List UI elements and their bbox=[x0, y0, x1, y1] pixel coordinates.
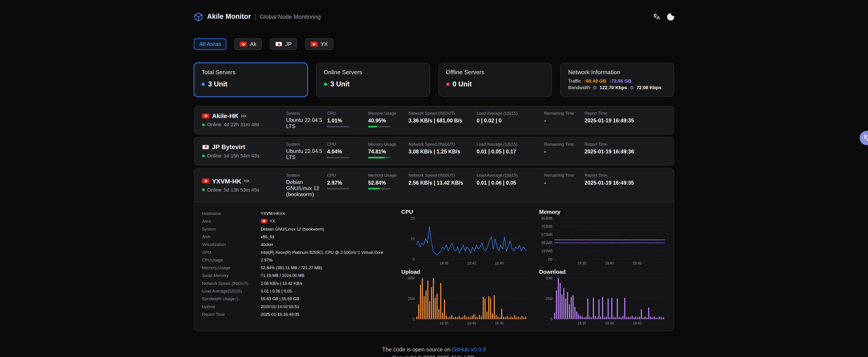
traffic-line: Traffic ↑69.49 GB ↓72.56 GB bbox=[568, 78, 666, 84]
app-title: Akile Monitor bbox=[207, 13, 251, 20]
server-row-akile-hk[interactable]: Akile-HK HK Online 4d 22h 31m 48s System… bbox=[194, 106, 674, 134]
filter-jp[interactable]: JP bbox=[270, 38, 297, 50]
bandwidth-out-value: 72.08 Kbps bbox=[637, 85, 661, 90]
uptime-text: 1d 15h 54m 43s bbox=[223, 153, 259, 158]
network-value: 3.08 KB/s | 1.25 KB/s bbox=[408, 148, 476, 154]
server-name-block: Akile-HK HK Online 4d 22h 31m 48s bbox=[202, 113, 286, 128]
detail-info-value: 2025-01-19 16:49:35 bbox=[260, 312, 299, 318]
detail-info-row: CPU Intel(R) Xeon(R) Platinum 8259CL CPU… bbox=[202, 250, 396, 256]
detail-info-row: Hostname YXVM-HKHK bbox=[202, 211, 396, 217]
svg-text:0: 0 bbox=[413, 258, 415, 262]
card-title: Offline Servers bbox=[446, 69, 544, 75]
network-value: 3.36 KB/s | 681.00 B/s bbox=[408, 117, 476, 123]
svg-text:16:35: 16:35 bbox=[439, 322, 448, 325]
hk-flag-icon bbox=[240, 41, 247, 47]
detail-info-label: CPU bbox=[202, 250, 261, 256]
status-text: Online bbox=[207, 153, 221, 158]
svg-text:16:35: 16:35 bbox=[439, 262, 448, 265]
detail-info-label: Area bbox=[202, 219, 261, 225]
footer-line1: The code is open source on GitHub v0.0.3 bbox=[194, 347, 674, 353]
detail-info-list: Hostname YXVM-HKHK Area YX System Debian… bbox=[202, 209, 401, 325]
filter-all-areas[interactable]: All Areas bbox=[194, 38, 227, 50]
system-value: Debian GNU/Linux 12 (bookworm) bbox=[286, 179, 324, 198]
detail-info-value: 71.19 MB / 1024.00 MB bbox=[260, 273, 304, 279]
cpu-value: 4.04% bbox=[327, 148, 368, 154]
report-label: Report Time bbox=[585, 142, 674, 147]
load-value: 0.01 | 0.06 | 0.05 bbox=[477, 179, 544, 185]
card-title: Network Information bbox=[568, 69, 666, 75]
theme-toggle-button[interactable] bbox=[667, 13, 674, 20]
server-card-jp-bytevirt: JP Bytevirt Online 1d 15h 54m 43s System… bbox=[194, 137, 674, 166]
online-dot-icon bbox=[202, 154, 205, 157]
detail-info-row: Uptime 2025-01-14 02:55:51 bbox=[202, 304, 396, 310]
cpu-label: CPU bbox=[327, 173, 368, 178]
detail-info-value: 2.97% bbox=[260, 258, 272, 263]
cpu-chart-title: CPU bbox=[401, 209, 529, 215]
footer-text: The code is open source on bbox=[382, 347, 452, 353]
memory-chart-block: Memory 0B191MB381MB572MB763MB954MB16:351… bbox=[539, 209, 667, 266]
cpu-label: CPU bbox=[327, 142, 368, 147]
server-card-akile-hk: Akile-HK HK Online 4d 22h 31m 48s System… bbox=[194, 106, 674, 135]
load-value: 0.01 | 0.05 | 0.17 bbox=[477, 148, 544, 154]
app-subtitle: Global Node Monitoring bbox=[260, 13, 321, 20]
floating-translate-button[interactable] bbox=[860, 131, 868, 145]
detail-info-value: YXVM-HKHK bbox=[260, 211, 285, 217]
filter-yx[interactable]: YX bbox=[305, 38, 333, 50]
memory-progress-bar bbox=[368, 187, 391, 189]
cpu-value: 1.01% bbox=[327, 117, 368, 123]
svg-text:16:45: 16:45 bbox=[633, 262, 642, 265]
status-text: Online bbox=[207, 122, 221, 128]
memory-value: 52.84% bbox=[368, 179, 409, 185]
report-label: Report Time bbox=[585, 111, 674, 116]
network-label: Network Speed (IN|OUT) bbox=[408, 142, 476, 147]
remaining-label: Remaining Time bbox=[544, 111, 585, 116]
system-label: System bbox=[286, 142, 324, 147]
svg-text:16:45: 16:45 bbox=[633, 322, 642, 325]
filter-ak[interactable]: Ak bbox=[235, 38, 262, 50]
svg-text:381MB: 381MB bbox=[541, 241, 553, 245]
svg-text:25M: 25M bbox=[546, 297, 553, 301]
remaining-label: Remaining Time bbox=[544, 142, 585, 147]
load-value: 0 | 0.02 | 0 bbox=[477, 117, 544, 123]
detail-info-row: Swap Memory 71.19 MB / 1024.00 MB bbox=[202, 273, 396, 279]
region-badge: HK bbox=[244, 179, 250, 183]
detail-info-value: docker bbox=[260, 242, 273, 248]
jp-flag-icon bbox=[275, 41, 282, 47]
svg-text:16:40: 16:40 bbox=[605, 322, 614, 325]
server-row-jp-bytevirt[interactable]: JP Bytevirt Online 1d 15h 54m 43s System… bbox=[194, 137, 674, 165]
download-chart: 025M50M16:3516:4016:45 bbox=[539, 275, 667, 325]
header: Akile Monitor | Global Node Monitoring bbox=[194, 11, 674, 22]
detail-info-label: Report Time bbox=[202, 312, 261, 318]
svg-text:763MB: 763MB bbox=[541, 225, 553, 229]
svg-text:25M: 25M bbox=[408, 297, 414, 301]
offline-dot-icon bbox=[446, 83, 450, 86]
app-logo-cube-icon bbox=[194, 12, 203, 22]
detail-info-value: Debian GNU/Linux 12 (bookworm) bbox=[260, 227, 324, 232]
uptime-text: 5d 13h 53m 45s bbox=[223, 187, 259, 192]
translate-button[interactable] bbox=[653, 13, 660, 20]
svg-text:572MB: 572MB bbox=[541, 233, 553, 237]
load-label: Load Average (1|5|15) bbox=[477, 111, 544, 116]
system-label: System bbox=[286, 173, 324, 178]
remaining-label: Remaining Time bbox=[544, 173, 585, 178]
svg-text:50M: 50M bbox=[546, 276, 553, 280]
traffic-up-value: ↑69.49 GB bbox=[584, 78, 606, 84]
system-label: System bbox=[286, 111, 324, 116]
server-row-yxvm-hk[interactable]: YXVM-HK HK Online 5d 13h 53m 45s System … bbox=[194, 168, 674, 202]
server-status: Online 5d 13h 53m 45s bbox=[202, 187, 286, 192]
detail-info-row: Network Speed (IN|OUT) 2.56 KB/s | 13.42… bbox=[202, 281, 396, 287]
stat-cards: Total Servers 3 Unit Online Servers 3 Un… bbox=[194, 63, 674, 97]
svg-text:0: 0 bbox=[413, 318, 415, 321]
detail-info-row: Virtualization docker bbox=[202, 242, 396, 248]
detail-info-label: Hostname bbox=[202, 211, 261, 217]
translate-icon bbox=[863, 134, 868, 142]
card-title: Online Servers bbox=[324, 69, 422, 75]
cpu-value: 2.97% bbox=[327, 179, 368, 185]
filter-label: YX bbox=[320, 41, 328, 47]
system-value: Ubuntu 22.04.5 LTS bbox=[286, 148, 324, 160]
github-link[interactable]: GitHub v0.0.3 bbox=[452, 347, 486, 353]
detail-info-label: System bbox=[202, 227, 261, 232]
server-name: YXVM-HK bbox=[212, 178, 241, 184]
svg-text:16:40: 16:40 bbox=[605, 262, 614, 265]
upload-chart: 025M50M16:3516:4016:45 bbox=[401, 275, 529, 325]
